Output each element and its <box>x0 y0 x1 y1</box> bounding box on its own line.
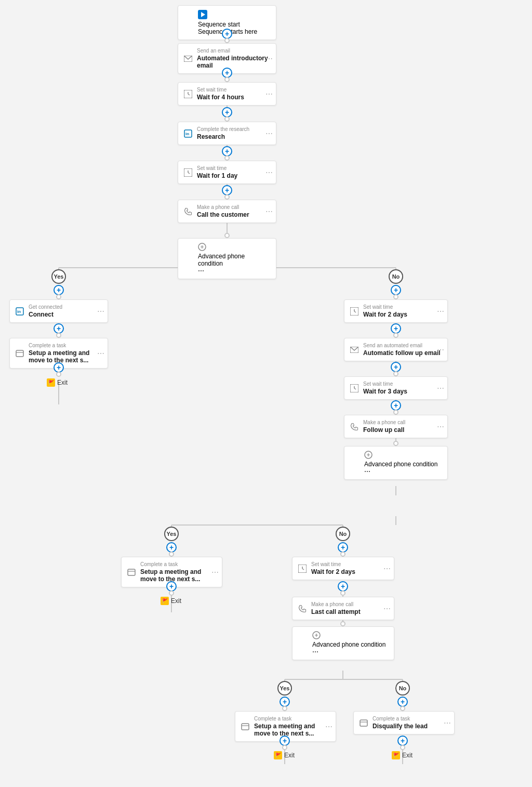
wait-3-menu[interactable]: ⋯ <box>437 384 444 392</box>
research-card[interactable]: in Complete the research Research ⋯ <box>178 122 276 145</box>
wait-3-icon <box>350 384 359 393</box>
no-label-3: No <box>395 681 410 696</box>
wait-1-icon <box>183 89 193 99</box>
condition-2-menu[interactable]: ⋯ <box>364 468 442 475</box>
add-button-waitno2[interactable]: + <box>338 581 348 592</box>
wait-2-card[interactable]: Set wait time Wait for 1 day ⋯ <box>178 161 276 184</box>
wait-no-1-menu[interactable]: ⋯ <box>437 307 444 316</box>
wait-no-1-card[interactable]: Set wait time Wait for 2 days ⋯ <box>344 299 448 323</box>
phone-call-1-card[interactable]: Make a phone call Call the customer ⋯ <box>178 200 276 223</box>
add-button-3[interactable]: + <box>222 107 232 117</box>
wait-no-2-menu[interactable]: ⋯ <box>383 565 391 573</box>
connect-menu[interactable]: ⋯ <box>97 307 104 316</box>
connector-dot-setup3 <box>282 745 287 750</box>
add-button-no-2[interactable]: + <box>338 542 348 553</box>
add-button-no-1[interactable]: + <box>391 285 401 295</box>
exit-3: 🚩 Exit <box>274 751 295 759</box>
wait-2-type: Set wait time <box>197 165 271 171</box>
no-label-1: No <box>389 269 403 284</box>
setup-meeting-1-label: Setup a meeting and move to the next s..… <box>29 349 102 364</box>
last-call-card[interactable]: Make a phone call Last call attempt ⋯ <box>292 597 394 620</box>
connect-card[interactable]: in Get connected Connect ⋯ <box>9 299 108 323</box>
wait-no-2-icon <box>298 564 307 573</box>
exit-4-label: Exit <box>402 752 413 759</box>
phone-call-1-type: Make a phone call <box>197 204 271 210</box>
exit-2-icon: 🚩 <box>161 597 169 605</box>
followup-call-card[interactable]: Make a phone call Follow up call ⋯ <box>344 415 448 438</box>
add-button-setup1[interactable]: + <box>54 362 64 373</box>
wait-3-type: Set wait time <box>363 381 442 387</box>
exit-1-label: Exit <box>57 379 68 386</box>
add-button-disqualify[interactable]: + <box>397 736 408 746</box>
svg-rect-80 <box>242 724 249 730</box>
setup-meeting-2-icon <box>127 568 136 577</box>
wait-2-menu[interactable]: ⋯ <box>265 168 273 177</box>
connector-dot-6 <box>224 233 230 238</box>
wait-1-card[interactable]: Set wait time Wait for 4 hours ⋯ <box>178 82 276 106</box>
setup-meeting-2-type: Complete a task <box>140 561 217 567</box>
add-button-2[interactable]: + <box>222 68 232 78</box>
add-button-4[interactable]: + <box>222 146 232 156</box>
add-button-wait3[interactable]: + <box>391 400 401 411</box>
last-call-icon <box>298 604 307 613</box>
exit-2-label: Exit <box>171 597 181 605</box>
last-call-menu[interactable]: ⋯ <box>383 605 391 613</box>
yes-label-3: Yes <box>277 681 292 696</box>
svg-text:in: in <box>185 132 189 136</box>
svg-line-55 <box>188 94 190 95</box>
exit-3-icon: 🚩 <box>274 751 282 759</box>
sequence-start-icon <box>198 10 271 21</box>
add-button-1[interactable]: + <box>222 29 232 39</box>
wait-no-2-label: Wait for 2 days <box>311 568 389 575</box>
connector-dot-cond3 <box>340 621 345 626</box>
add-button-connect[interactable]: + <box>54 323 64 334</box>
add-button-5[interactable]: + <box>222 185 232 195</box>
wait-2-icon <box>183 168 193 177</box>
auto-followup-menu[interactable]: ⋯ <box>437 346 444 354</box>
condition-2-card[interactable]: Advanced phone condition ⋯ <box>344 446 448 480</box>
condition-3-menu[interactable]: ⋯ <box>312 648 389 655</box>
connector-dot-2 <box>224 77 230 82</box>
setup-meeting-3-label: Setup a meeting and move to the next s..… <box>254 723 330 737</box>
add-button-setup2[interactable]: + <box>166 581 177 592</box>
wait-no-2-card[interactable]: Set wait time Wait for 2 days ⋯ <box>292 557 394 580</box>
add-button-waitno1[interactable]: + <box>391 323 401 334</box>
exit-1-icon: 🚩 <box>47 378 55 387</box>
yes-label-1: Yes <box>51 269 66 284</box>
svg-line-68 <box>354 311 356 312</box>
connector-dot-yes-2 <box>169 552 174 557</box>
add-button-no-3[interactable]: + <box>397 697 408 707</box>
connector-dot-waitno1 <box>393 333 398 338</box>
condition-1-menu[interactable]: ⋯ <box>198 267 271 274</box>
setup-meeting-2-menu[interactable]: ⋯ <box>211 568 219 576</box>
setup-meeting-3-menu[interactable]: ⋯ <box>325 723 332 731</box>
wait-no-1-type: Set wait time <box>363 304 442 310</box>
add-button-autofollowup[interactable]: + <box>391 362 401 372</box>
svg-text:in: in <box>17 309 21 314</box>
condition-1-card[interactable]: Advanced phone condition ⋯ <box>178 238 276 279</box>
wait-1-menu[interactable]: ⋯ <box>265 90 273 98</box>
disqualify-menu[interactable]: ⋯ <box>444 719 451 727</box>
phone-call-1-menu[interactable]: ⋯ <box>265 207 273 216</box>
connector-dot-connect <box>56 333 61 338</box>
wait-1-type: Set wait time <box>197 87 271 93</box>
add-button-yes-2[interactable]: + <box>166 542 177 553</box>
exit-4: 🚩 Exit <box>392 751 413 759</box>
connector-dot-wait3 <box>393 410 398 415</box>
wait-3-card[interactable]: Set wait time Wait for 3 days ⋯ <box>344 376 448 400</box>
add-button-setup3[interactable]: + <box>280 736 290 746</box>
send-email-1-menu[interactable]: ⋯ <box>265 55 273 63</box>
setup-meeting-1-menu[interactable]: ⋯ <box>97 349 104 358</box>
condition-3-card[interactable]: Advanced phone condition ⋯ <box>292 626 394 660</box>
research-menu[interactable]: ⋯ <box>265 129 273 138</box>
connector-dot-5 <box>224 194 230 200</box>
add-button-yes-3[interactable]: + <box>280 697 290 707</box>
send-email-1-label: Automated introductory email <box>197 55 271 69</box>
disqualify-card[interactable]: Complete a task Disqualify the lead ⋯ <box>353 711 455 734</box>
auto-followup-card[interactable]: Send an automated email Automatic follow… <box>344 338 448 361</box>
add-button-yes-1[interactable]: + <box>54 285 64 295</box>
followup-call-menu[interactable]: ⋯ <box>437 423 444 431</box>
yes-label-2: Yes <box>164 527 179 541</box>
setup-meeting-3-type: Complete a task <box>254 716 330 722</box>
wait-no-1-icon <box>350 307 359 316</box>
